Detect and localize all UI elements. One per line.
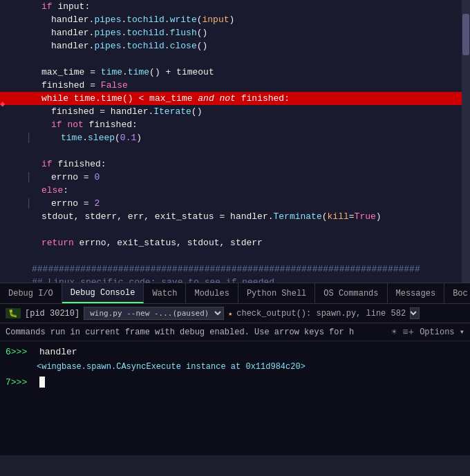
console-line: <wingbase.spawn.CAsyncExecute instance a… — [6, 359, 464, 374]
expand-icon[interactable]: ≡+ — [402, 327, 414, 338]
line-code: errno = 2 — [32, 198, 470, 209]
process-bar: 🐛 [pid 30210] wing.py --new -...(paused)… — [0, 304, 470, 323]
code-line: ## Linux specific code; save to see if n… — [0, 276, 470, 283]
process-select[interactable]: wing.py --new -...(paused) — [84, 307, 224, 320]
editor-area: if input:handler.pipes.tochild.write(inp… — [0, 0, 470, 283]
process-icon: 🐛 — [6, 308, 21, 318]
code-line: │ errno = 2 — [0, 197, 470, 210]
code-line: if finished: — [0, 158, 470, 171]
code-line: max_time = time.time() + timeout — [0, 66, 470, 79]
code-line: │ errno = 0 — [0, 171, 470, 184]
tab-watch[interactable]: Watch — [144, 283, 186, 303]
indent-pipe: │ — [26, 198, 32, 209]
toolbar-description: Commands run in current frame with debug… — [6, 327, 386, 337]
indent-pipe: │ — [26, 172, 32, 182]
tab-debug-console[interactable]: Debug Console — [62, 283, 144, 303]
line-code: handler.pipes.tochild.flush() — [32, 28, 470, 38]
code-line: else: — [0, 184, 470, 197]
line-code: handler.pipes.tochild.close() — [32, 41, 470, 51]
tab-bar: Debug I/ODebug ConsoleWatchModulesPython… — [0, 283, 470, 304]
line-code: stdout, stderr, err, exit_status = handl… — [32, 211, 470, 222]
code-line: if input: — [0, 0, 470, 13]
line-code: ########################################… — [32, 264, 470, 274]
code-line: handler.pipes.tochild.close() — [0, 39, 470, 53]
code-line: ########################################… — [0, 263, 470, 276]
console-prompt: 7>>> — [6, 377, 37, 388]
line-code: time.sleep(0.1) — [32, 133, 470, 143]
line-code: if finished: — [32, 159, 470, 169]
line-code: while time.time() < max_time and not fin… — [32, 93, 470, 104]
tab-debug-i/o[interactable]: Debug I/O — [0, 283, 62, 303]
line-code: max_time = time.time() + timeout — [32, 67, 470, 77]
bottom-panel: Debug I/ODebug ConsoleWatchModulesPython… — [0, 283, 470, 455]
code-line — [0, 144, 470, 158]
line-code: finished = handler.Iterate() — [32, 106, 470, 117]
options-label: Options — [420, 327, 454, 337]
code-line: finished = handler.Iterate() — [0, 105, 470, 118]
location-info: check_output(): spawn.py, line 582 — [236, 309, 406, 318]
code-line — [0, 223, 470, 236]
code-line: handler.pipes.tochild.write(input) — [0, 13, 470, 26]
code-line: finished = False — [0, 79, 470, 92]
tab-os-commands[interactable]: OS Commands — [315, 283, 387, 303]
code-scroll[interactable]: if input:handler.pipes.tochild.write(inp… — [0, 0, 470, 283]
line-code: handler.pipes.tochild.write(input) — [32, 15, 470, 25]
tab-boc[interactable]: Boc — [444, 283, 470, 303]
console-prompt: 6>>> — [6, 347, 37, 357]
dot-active: ★ — [228, 310, 232, 318]
console-toolbar: Commands run in current frame with debug… — [0, 323, 470, 341]
tab-modules[interactable]: Modules — [186, 283, 238, 303]
code-line: ◆while time.time() < max_time and not fi… — [0, 92, 470, 105]
line-code: ## Linux specific code; save to see if n… — [32, 277, 470, 283]
console-input-text: handler — [39, 347, 77, 357]
console-output-text: <wingbase.spawn.CAsyncExecute instance a… — [6, 362, 306, 372]
code-line: │ time.sleep(0.1) — [0, 131, 470, 144]
options-button[interactable]: Options ▾ — [420, 327, 464, 337]
console-content[interactable]: 6>>>handler<wingbase.spawn.CAsyncExecute… — [0, 341, 470, 455]
sun-icon[interactable]: ☀ — [391, 326, 397, 338]
tab-python-shell[interactable]: Python Shell — [238, 283, 315, 303]
indent-pipe: │ — [26, 133, 32, 143]
line-code: if not finished: — [32, 120, 470, 130]
line-code: errno = 0 — [32, 172, 470, 182]
scrollbar-track[interactable] — [462, 0, 470, 283]
code-line — [0, 249, 470, 263]
console-cursor[interactable] — [39, 377, 45, 388]
line-code: else: — [32, 185, 470, 196]
scrollbar-thumb[interactable] — [462, 14, 469, 55]
line-code: if input: — [32, 1, 470, 12]
horizontal-scrollbar[interactable] — [0, 283, 470, 283]
code-line — [0, 53, 470, 66]
code-line: stdout, stderr, err, exit_status = handl… — [0, 210, 470, 223]
code-line: if not finished: — [0, 118, 470, 131]
console-line: 7>>> — [6, 374, 464, 390]
console-line: 6>>>handler — [6, 344, 464, 359]
options-arrow-icon: ▾ — [460, 327, 464, 337]
location-select[interactable] — [410, 307, 420, 319]
line-code: finished = False — [32, 80, 470, 91]
line-code: return errno, exit_status, stdout, stder… — [32, 238, 470, 248]
code-line: return errno, exit_status, stdout, stder… — [0, 236, 470, 249]
code-line: handler.pipes.tochild.flush() — [0, 26, 470, 39]
pid-label: [pid 30210] — [25, 309, 79, 318]
tab-messages[interactable]: Messages — [388, 283, 445, 303]
